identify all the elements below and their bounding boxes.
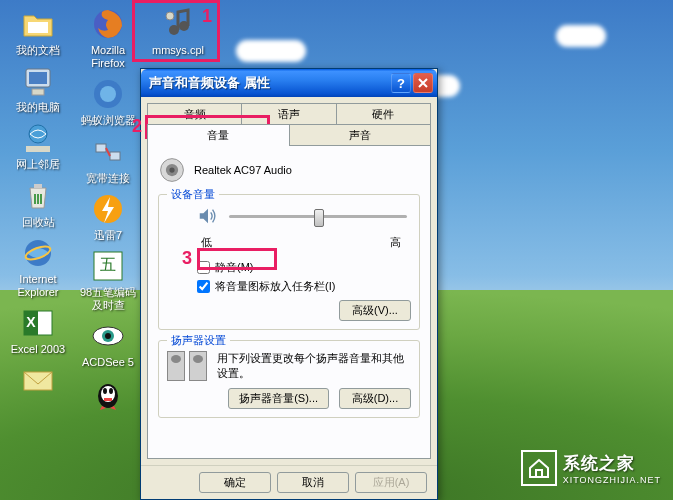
audio-device-name: Realtek AC97 Audio <box>194 164 292 176</box>
svg-point-22 <box>105 333 111 339</box>
svg-rect-2 <box>29 72 47 84</box>
broadband-icon <box>90 134 126 170</box>
icon-label: Internet Explorer <box>6 273 70 299</box>
icon-label: ACDSee 5 <box>82 356 134 369</box>
svg-rect-16 <box>110 152 120 160</box>
svg-rect-3 <box>32 89 44 95</box>
watermark: 系统之家 XITONGZHIJIA.NET <box>521 450 661 486</box>
tab-硬件[interactable]: 硬件 <box>336 103 431 125</box>
icon-label: 迅雷7 <box>94 229 122 242</box>
qq-icon <box>90 376 126 412</box>
tab-声音[interactable]: 声音 <box>289 124 432 146</box>
desktop-icon-folder[interactable]: 我的文档 <box>4 4 72 59</box>
desktop-icon-excel[interactable]: XExcel 2003 <box>4 303 72 358</box>
svg-rect-5 <box>26 146 50 152</box>
taskbar-label: 将音量图标放入任务栏(I) <box>215 279 335 294</box>
svg-rect-0 <box>28 22 48 33</box>
svg-text:五: 五 <box>100 256 116 273</box>
svg-rect-11 <box>24 372 52 390</box>
ok-button[interactable]: 确定 <box>199 472 271 493</box>
folder-icon <box>20 6 56 42</box>
svg-text:X: X <box>26 314 36 330</box>
desktop-icon-computer[interactable]: 我的电脑 <box>4 61 72 116</box>
desktop-icon-broadband[interactable]: 宽带连接 <box>74 132 142 187</box>
recycle-icon <box>20 178 56 214</box>
advanced-volume-button[interactable]: 高级(V)... <box>339 300 411 321</box>
desktop-icon-thunder[interactable]: 迅雷7 <box>74 189 142 244</box>
icon-label: Excel 2003 <box>11 343 65 356</box>
mute-checkbox[interactable] <box>197 261 210 274</box>
thunder-icon <box>90 191 126 227</box>
icon-label: 98五笔编码及时查 <box>76 286 140 312</box>
taskbar-icon-checkbox[interactable] <box>197 280 210 293</box>
desktop-icon-recycle[interactable]: 回收站 <box>4 176 72 231</box>
speaker-description: 用下列设置更改每个扬声器音量和其他设置。 <box>217 351 411 382</box>
desktop-icon-mail[interactable] <box>4 360 72 402</box>
tabs-row-front: 音量声音 <box>147 124 431 146</box>
annotation-number-2: 2 <box>132 116 142 137</box>
taskbar-checkbox-row[interactable]: 将音量图标放入任务栏(I) <box>167 279 411 294</box>
desktop-icon-firefox[interactable]: Mozilla Firefox <box>74 4 142 72</box>
icon-label: 回收站 <box>22 216 55 229</box>
group-title-volume: 设备音量 <box>167 187 219 202</box>
tab-音量[interactable]: 音量 <box>147 124 290 146</box>
annotation-number-1: 1 <box>202 6 212 27</box>
acdsee-icon <box>90 318 126 354</box>
tab-语声[interactable]: 语声 <box>241 103 336 125</box>
svg-point-14 <box>100 86 116 102</box>
apply-button[interactable]: 应用(A) <box>355 472 427 493</box>
mute-checkbox-row[interactable]: 静音(M) <box>167 260 411 275</box>
firefox-icon <box>90 6 126 42</box>
speaker-settings-group: 扬声器设置 用下列设置更改每个扬声器音量和其他设置。 扬声器音量(S)... 高… <box>158 340 420 418</box>
icon-label: mmsys.cpl <box>152 44 204 57</box>
volume-icon <box>197 205 219 227</box>
annotation-number-3: 3 <box>182 248 192 269</box>
mute-label: 静音(M) <box>215 260 254 275</box>
svg-rect-15 <box>96 144 106 152</box>
close-button[interactable] <box>413 73 433 93</box>
speaker-device-icon <box>158 156 186 184</box>
mmsys-icon <box>160 6 196 42</box>
help-button[interactable]: ? <box>391 73 411 93</box>
svg-point-4 <box>29 125 47 143</box>
slider-low-label: 低 <box>201 235 212 250</box>
titlebar[interactable]: 声音和音频设备 属性 ? <box>141 69 437 97</box>
group-title-speaker: 扬声器设置 <box>167 333 230 348</box>
mail-icon <box>20 362 56 398</box>
ant-icon <box>90 76 126 112</box>
icon-label: 网上邻居 <box>16 158 60 171</box>
wubi-icon: 五 <box>90 248 126 284</box>
slider-high-label: 高 <box>390 235 401 250</box>
icon-label: 蚂蚁浏览器 <box>81 114 136 127</box>
dialog-title: 声音和音频设备 属性 <box>145 74 389 92</box>
dual-speaker-icon <box>167 351 207 381</box>
watermark-text: 系统之家 <box>563 452 661 475</box>
excel-icon: X <box>20 305 56 341</box>
icon-label: 我的文档 <box>16 44 60 57</box>
svg-point-30 <box>166 12 174 20</box>
watermark-url: XITONGZHIJIA.NET <box>563 475 661 485</box>
desktop-icon-network[interactable]: 网上邻居 <box>4 118 72 173</box>
svg-point-33 <box>169 167 174 172</box>
volume-slider[interactable] <box>229 215 407 218</box>
icon-label: 我的电脑 <box>16 101 60 114</box>
network-icon <box>20 120 56 156</box>
volume-slider-thumb[interactable] <box>314 209 324 227</box>
speaker-volume-button[interactable]: 扬声器音量(S)... <box>228 388 329 409</box>
desktop-icon-wubi[interactable]: 五98五笔编码及时查 <box>74 246 142 314</box>
tabs-row-back: 音频语声硬件 <box>147 103 431 125</box>
svg-rect-27 <box>104 398 112 401</box>
desktop-icon-ie[interactable]: Internet Explorer <box>4 233 72 301</box>
computer-icon <box>20 63 56 99</box>
svg-point-26 <box>109 388 113 394</box>
icon-label: Mozilla Firefox <box>76 44 140 70</box>
sound-properties-dialog: 声音和音频设备 属性 ? 音频语声硬件 音量声音 Realtek AC97 Au… <box>140 68 438 500</box>
desktop-icon-acdsee[interactable]: ACDSee 5 <box>74 316 142 371</box>
dialog-buttons: 确定 取消 应用(A) <box>141 465 437 499</box>
cancel-button[interactable]: 取消 <box>277 472 349 493</box>
watermark-logo-icon <box>521 450 557 486</box>
tab-音频[interactable]: 音频 <box>147 103 242 125</box>
speaker-advanced-button[interactable]: 高级(D)... <box>339 388 411 409</box>
svg-point-25 <box>103 388 107 394</box>
desktop-icon-qq[interactable] <box>74 374 142 416</box>
